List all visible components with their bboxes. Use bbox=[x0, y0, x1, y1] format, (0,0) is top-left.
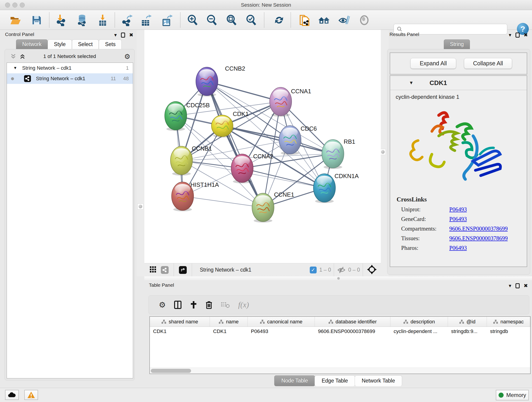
close-panel-icon[interactable]: ✖ bbox=[129, 32, 133, 38]
houses-icon bbox=[318, 15, 330, 25]
crosslink-link[interactable]: P06493 bbox=[449, 216, 467, 222]
node-CCNE1[interactable]: CCNE1 bbox=[252, 191, 294, 223]
network-view-canvas[interactable]: CCNB2CCNA1CDC25BCDK1CDC6RB1CCNB1CCNA2CDK… bbox=[144, 30, 381, 263]
tab-string[interactable]: String bbox=[444, 39, 470, 49]
export-network-button[interactable] bbox=[121, 14, 133, 26]
function-builder-icon[interactable]: f(x) bbox=[238, 300, 249, 309]
status-bar: Memory bbox=[0, 388, 532, 402]
grid-icon bbox=[149, 266, 157, 273]
crosslink-row: Compartments:9606.ENSP00000378699 bbox=[401, 225, 527, 232]
zoom-in-button[interactable] bbox=[186, 14, 198, 26]
left-splitter-handle[interactable] bbox=[138, 204, 143, 210]
node-CDKN1A[interactable]: CDKN1A bbox=[313, 172, 359, 203]
cloud-button[interactable] bbox=[5, 390, 19, 400]
table-cell[interactable]: cyclin-dependent ... bbox=[390, 327, 448, 337]
tab-network-table[interactable]: Network Table bbox=[355, 375, 402, 386]
crosslink-link[interactable]: P06493 bbox=[449, 206, 467, 213]
table-cell[interactable]: CDK1 bbox=[150, 327, 210, 337]
refresh-button[interactable] bbox=[273, 14, 285, 26]
column-header-description[interactable]: description bbox=[390, 317, 448, 327]
collection-expand-caret[interactable]: ▼ bbox=[13, 66, 17, 70]
tab-select[interactable]: Select bbox=[72, 39, 99, 49]
node-CCNB1[interactable]: CCNB1 bbox=[171, 145, 212, 176]
table-cell[interactable]: stringdb:9... bbox=[448, 327, 487, 337]
network-row-selected[interactable]: String Network – cdk1 11 48 bbox=[7, 73, 133, 84]
panel-menu-icon[interactable]: ▾ bbox=[114, 32, 117, 38]
columns-icon[interactable] bbox=[174, 300, 182, 309]
tab-style[interactable]: Style bbox=[48, 39, 72, 49]
network-overview-button[interactable] bbox=[161, 266, 169, 274]
column-header--id[interactable]: @id bbox=[448, 317, 487, 327]
hide-selection-button[interactable] bbox=[338, 14, 350, 26]
edge-CCNA2-CDKN1A[interactable] bbox=[242, 168, 324, 188]
memory-button[interactable]: Memory bbox=[496, 390, 529, 400]
float-panel-icon[interactable] bbox=[121, 32, 125, 38]
float-panel-icon[interactable] bbox=[515, 283, 520, 288]
node-CCNB2[interactable]: CCNB2 bbox=[196, 65, 245, 96]
tab-sets[interactable]: Sets bbox=[99, 39, 122, 49]
column-header-canonical-name[interactable]: canonical name bbox=[248, 317, 315, 327]
left-splitter[interactable] bbox=[137, 30, 144, 276]
tab-network[interactable]: Network bbox=[16, 39, 48, 49]
table-cell[interactable]: CDK1 bbox=[210, 327, 248, 337]
fit-content-button[interactable] bbox=[367, 265, 377, 275]
new-network-from-selection-button[interactable] bbox=[298, 14, 310, 26]
network-options-gear-icon[interactable]: ⚙ bbox=[124, 52, 130, 61]
warnings-button[interactable] bbox=[24, 390, 38, 400]
node-RB1[interactable]: RB1 bbox=[322, 138, 355, 169]
network-graph[interactable]: CCNB2CCNA1CDC25BCDK1CDC6RB1CCNB1CCNA2CDK… bbox=[144, 30, 381, 263]
import-network-button[interactable] bbox=[56, 14, 67, 26]
delete-table-icon[interactable] bbox=[221, 301, 230, 308]
table-cell[interactable]: P06493 bbox=[248, 327, 315, 337]
zoom-out-button[interactable] bbox=[206, 14, 218, 26]
node-CDC25B[interactable]: CDC25B bbox=[165, 102, 210, 131]
float-panel-icon[interactable] bbox=[515, 32, 520, 38]
delete-column-trash-icon[interactable] bbox=[206, 300, 212, 309]
show-all-button[interactable] bbox=[358, 14, 370, 26]
scrollbar-thumb[interactable] bbox=[151, 369, 191, 373]
import-database-button[interactable] bbox=[76, 14, 88, 26]
open-in-new-window-button[interactable] bbox=[179, 266, 187, 274]
zoom-selected-button[interactable] bbox=[245, 14, 257, 26]
birdseye-grid-button[interactable] bbox=[149, 266, 157, 274]
crosslink-link[interactable]: 9606.ENSP00000378699 bbox=[449, 225, 508, 232]
tab-edge-table[interactable]: Edge Table bbox=[315, 375, 355, 386]
expand-all-button[interactable]: Expand All bbox=[410, 58, 456, 69]
horizontal-splitter[interactable] bbox=[144, 276, 532, 280]
horizontal-splitter-handle[interactable] bbox=[337, 277, 340, 280]
column-header-name[interactable]: name bbox=[210, 317, 248, 327]
export-table-button[interactable] bbox=[140, 14, 152, 26]
crosslink-link[interactable]: P06493 bbox=[449, 245, 467, 251]
first-neighbors-button[interactable] bbox=[318, 14, 330, 26]
edge-HIST1H1A-CCNE1[interactable] bbox=[183, 196, 263, 207]
collapse-section-caret[interactable]: ▼ bbox=[409, 80, 413, 85]
node-HIST1H1A[interactable]: HIST1H1A bbox=[172, 181, 219, 211]
gene-section-header[interactable]: ▼ CDK1 bbox=[390, 76, 527, 90]
panel-menu-icon[interactable]: ▾ bbox=[509, 32, 511, 38]
crosslink-row: Tissues:9606.ENSP00000378699 bbox=[401, 235, 527, 242]
edge-CCNB2-CCNE1[interactable] bbox=[207, 81, 263, 207]
add-column-icon[interactable] bbox=[190, 301, 197, 309]
close-panel-icon[interactable]: ✖ bbox=[524, 283, 528, 289]
close-panel-icon[interactable]: ✖ bbox=[524, 32, 528, 38]
table-options-gear-icon[interactable]: ⚙ bbox=[159, 300, 166, 309]
export-image-button[interactable] bbox=[161, 14, 173, 26]
network-collection-row[interactable]: ▼ String Network – cdk1 1 bbox=[7, 63, 133, 73]
tab-node-table[interactable]: Node Table bbox=[274, 375, 315, 386]
import-table-button[interactable] bbox=[97, 14, 109, 26]
table-cell[interactable]: 9606.ENSP00000378699 bbox=[315, 327, 390, 337]
selected-checkbox-icon[interactable]: ✓ bbox=[310, 267, 317, 274]
table-horizontal-scrollbar[interactable] bbox=[150, 368, 530, 374]
panel-menu-icon[interactable]: ▾ bbox=[509, 283, 511, 289]
node-CCNA1[interactable]: CCNA1 bbox=[270, 87, 311, 117]
column-header-shared-name[interactable]: shared name bbox=[150, 317, 210, 327]
crosslink-link[interactable]: 9606.ENSP00000378699 bbox=[449, 235, 508, 242]
zoom-fit-button[interactable] bbox=[225, 14, 237, 26]
column-header-namespac[interactable]: namespac bbox=[487, 317, 530, 327]
save-session-button[interactable] bbox=[31, 14, 43, 26]
collapse-all-button[interactable]: Collapse All bbox=[464, 58, 512, 69]
table-cell[interactable]: stringdb bbox=[487, 327, 530, 337]
column-header-database-identifier[interactable]: database identifier bbox=[315, 317, 390, 327]
table-row[interactable]: CDK1CDK1P064939606.ENSP00000378699cyclin… bbox=[150, 327, 530, 337]
open-session-button[interactable] bbox=[10, 14, 22, 26]
